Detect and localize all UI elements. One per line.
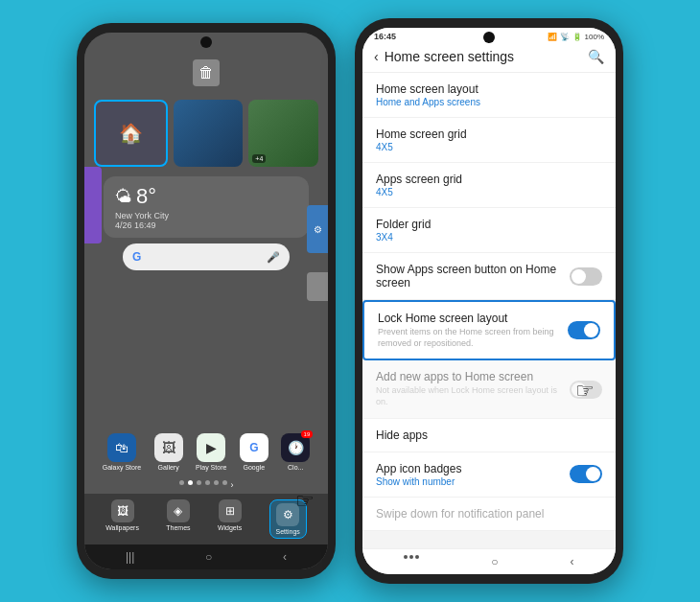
dock-settings[interactable]: ⚙ Settings — [269, 499, 307, 539]
dot — [222, 480, 227, 485]
settings-screen: 16:45 📶 📡 🔋 100% ‹ Home screen settings … — [362, 28, 616, 574]
list-item[interactable]: 🕐 19 Clo... — [281, 433, 310, 471]
wallpaper-thumb-page[interactable] — [174, 100, 244, 167]
gallery-label: Gallery — [158, 464, 179, 471]
page-dots: › — [84, 476, 328, 494]
front-camera — [200, 36, 212, 48]
galaxy-store-icon: 🛍 — [107, 433, 136, 462]
setting-text: Home screen layout Home and Apps screens — [376, 82, 602, 107]
settings-header: ‹ Home screen settings 🔍 — [362, 43, 616, 73]
status-time: 16:45 — [374, 32, 396, 41]
battery-percent: 100% — [585, 33, 604, 41]
clock-icon: 🕐 19 — [281, 433, 310, 462]
google-icon: G — [240, 433, 268, 462]
app-icon-badges-toggle[interactable] — [570, 465, 602, 483]
wallpapers-label: Wallpapers — [105, 524, 139, 531]
setting-text: Home screen grid 4X5 — [376, 127, 602, 152]
settings-list: Home screen layout Home and Apps screens… — [362, 73, 616, 548]
setting-text: Apps screen grid 4X5 — [376, 173, 602, 197]
list-item[interactable]: 🖼 Gallery — [154, 433, 183, 471]
dot — [214, 480, 219, 485]
trash-icon: 🗑 — [193, 59, 220, 86]
dots-nav — [404, 555, 419, 559]
dot — [179, 480, 184, 485]
google-g: G — [132, 250, 141, 264]
setting-hide-apps[interactable]: Hide apps — [362, 419, 616, 452]
widgets-label: Widgets — [218, 524, 242, 531]
sim-icon: 📶 — [548, 33, 557, 41]
setting-text: Swipe down for notification panel — [376, 507, 602, 521]
side-strip — [84, 167, 102, 243]
show-apps-toggle[interactable] — [570, 267, 602, 286]
setting-folder-grid[interactable]: Folder grid 3X4 — [362, 208, 616, 253]
status-icons: 📶 📡 🔋 100% — [548, 33, 604, 41]
themes-label: Themes — [166, 524, 190, 531]
clock-badge: 19 — [301, 430, 314, 438]
bottom-dock: 🖼 Wallpapers ◈ Themes ⊞ Widgets ⚙ Settin… — [84, 494, 328, 544]
setting-app-icon-badges[interactable]: App icon badges Show with number — [362, 452, 616, 498]
wallpaper-thumb-image[interactable]: +4 — [248, 100, 318, 167]
setting-swipe-down[interactable]: Swipe down for notification panel — [362, 498, 616, 531]
setting-text: App icon badges Show with number — [376, 462, 570, 487]
nav-back-btn[interactable]: ‹ — [283, 550, 287, 564]
left-screen: 🗑 🏠 +4 ⚙ — [84, 33, 328, 569]
arrow-right-icon: › — [231, 480, 234, 490]
google-label: Google — [244, 464, 266, 471]
right-screen: 16:45 📶 📡 🔋 100% ‹ Home screen settings … — [362, 28, 616, 574]
setting-home-screen-layout[interactable]: Home screen layout Home and Apps screens — [362, 73, 616, 118]
battery-icon: 🔋 — [572, 33, 582, 41]
nav-back-right[interactable]: ‹ — [571, 555, 574, 568]
nav-menu-btn[interactable]: ||| — [126, 550, 134, 564]
list-item[interactable]: 🛍 Galaxy Store — [103, 433, 141, 471]
setting-text: Add new apps to Home screen Not availabl… — [376, 370, 570, 407]
nav-menu-right[interactable] — [404, 555, 419, 568]
nav-bar-right: ○ ‹ — [362, 548, 616, 574]
wallpaper-row: 🏠 +4 — [84, 94, 328, 173]
setting-show-apps-button[interactable]: Show Apps screen button on Home screen — [362, 253, 616, 300]
nav-home-right[interactable]: ○ — [491, 555, 498, 568]
widget-area: 🌤 8° New York City 4/26 16:49 G 🎤 — [84, 173, 328, 428]
header-left: ‹ Home screen settings — [374, 49, 514, 64]
setting-lock-home-screen[interactable]: Lock Home screen layout Prevent items on… — [362, 300, 616, 360]
mic-icon: 🎤 — [267, 251, 280, 264]
gallery-icon: 🖼 — [154, 433, 183, 462]
settings-icon: ⚙ — [276, 503, 299, 526]
home-icon: 🏠 — [119, 102, 143, 165]
setting-home-screen-grid[interactable]: Home screen grid 4X5 — [362, 118, 616, 163]
search-icon[interactable]: 🔍 — [588, 49, 604, 64]
add-new-apps-toggle[interactable] — [570, 381, 602, 399]
back-button[interactable]: ‹ — [374, 49, 379, 64]
weather-location: New York City 4/26 16:49 — [115, 211, 297, 230]
list-item[interactable]: ▶ Play Store — [196, 433, 226, 471]
clock-label: Clo... — [288, 464, 303, 471]
app-icons-row: 🛍 Galaxy Store 🖼 Gallery ▶ Play Store G … — [84, 428, 328, 476]
dot — [197, 480, 201, 485]
lock-home-toggle[interactable] — [568, 321, 600, 339]
setting-text: Show Apps screen button on Home screen — [376, 263, 570, 289]
dock-themes[interactable]: ◈ Themes — [166, 499, 190, 539]
weather-icon: 🌤 — [115, 187, 132, 207]
widgets-icon: ⊞ — [219, 499, 242, 522]
themes-icon: ◈ — [167, 499, 190, 522]
list-item[interactable]: G Google — [240, 433, 268, 471]
galaxy-store-label: Galaxy Store — [103, 464, 141, 471]
wallpaper-thumb-home[interactable]: 🏠 — [94, 100, 168, 167]
dock-widgets[interactable]: ⊞ Widgets — [218, 499, 242, 539]
nav-home-btn[interactable]: ○ — [205, 550, 212, 564]
playstore-icon: ▶ — [197, 433, 225, 462]
front-camera-right — [483, 32, 495, 43]
setting-text: Folder grid 3X4 — [376, 218, 602, 243]
left-phone: 🗑 🏠 +4 ⚙ — [77, 23, 336, 579]
dock-wallpapers[interactable]: 🖼 Wallpapers — [105, 499, 139, 539]
page-title: Home screen settings — [385, 49, 514, 64]
setting-text: Hide apps — [376, 428, 602, 442]
weather-widget: 🌤 8° New York City 4/26 16:49 — [104, 176, 309, 238]
search-bar[interactable]: G 🎤 — [123, 243, 290, 270]
scene: 🗑 🏠 +4 ⚙ — [0, 0, 700, 602]
right-phone: 16:45 📶 📡 🔋 100% ‹ Home screen settings … — [355, 18, 623, 584]
setting-add-new-apps[interactable]: Add new apps to Home screen Not availabl… — [362, 360, 616, 418]
weather-temp: 8° — [136, 184, 156, 209]
home-screen: 🗑 🏠 +4 ⚙ — [84, 33, 328, 569]
setting-apps-screen-grid[interactable]: Apps screen grid 4X5 — [362, 163, 616, 208]
wifi-icon: 📡 — [560, 33, 570, 41]
